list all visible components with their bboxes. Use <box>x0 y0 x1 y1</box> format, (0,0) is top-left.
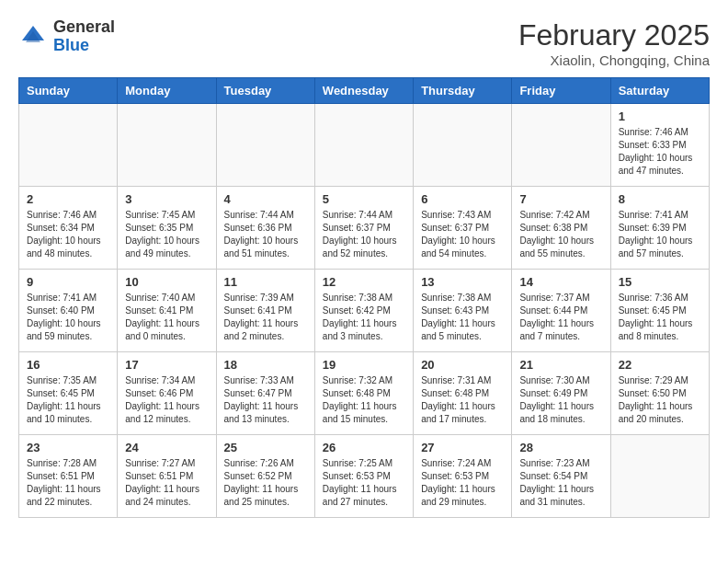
day-info: Sunrise: 7:44 AM Sunset: 6:37 PM Dayligh… <box>323 209 405 260</box>
title-block: February 2025 Xiaolin, Chongqing, China <box>518 18 710 68</box>
day-number: 2 <box>27 192 109 206</box>
logo-blue: Blue <box>53 36 89 54</box>
calendar-cell: 11Sunrise: 7:39 AM Sunset: 6:41 PM Dayli… <box>216 270 314 352</box>
calendar-cell: 18Sunrise: 7:33 AM Sunset: 6:47 PM Dayli… <box>216 352 314 435</box>
day-info: Sunrise: 7:32 AM Sunset: 6:48 PM Dayligh… <box>323 374 405 426</box>
day-info: Sunrise: 7:36 AM Sunset: 6:45 PM Dayligh… <box>619 292 701 343</box>
calendar-cell: 5Sunrise: 7:44 AM Sunset: 6:37 PM Daylig… <box>314 187 413 270</box>
day-number: 17 <box>125 358 208 372</box>
logo-text: General Blue <box>53 18 115 55</box>
day-number: 8 <box>619 192 701 206</box>
calendar-cell: 15Sunrise: 7:36 AM Sunset: 6:45 PM Dayli… <box>610 270 709 352</box>
day-info: Sunrise: 7:27 AM Sunset: 6:51 PM Dayligh… <box>125 457 208 509</box>
day-number: 20 <box>421 358 504 372</box>
day-number: 11 <box>224 275 307 289</box>
day-info: Sunrise: 7:34 AM Sunset: 6:46 PM Dayligh… <box>125 374 208 426</box>
day-number: 19 <box>323 358 405 372</box>
logo-icon <box>18 22 48 52</box>
calendar-cell: 8Sunrise: 7:41 AM Sunset: 6:39 PM Daylig… <box>610 187 709 270</box>
day-info: Sunrise: 7:31 AM Sunset: 6:48 PM Dayligh… <box>421 374 504 426</box>
calendar-cell: 2Sunrise: 7:46 AM Sunset: 6:34 PM Daylig… <box>19 187 118 270</box>
day-info: Sunrise: 7:39 AM Sunset: 6:41 PM Dayligh… <box>224 292 307 343</box>
calendar-cell: 16Sunrise: 7:35 AM Sunset: 6:45 PM Dayli… <box>19 352 118 435</box>
calendar-cell: 27Sunrise: 7:24 AM Sunset: 6:53 PM Dayli… <box>414 435 512 518</box>
day-number: 14 <box>519 275 602 289</box>
calendar-cell <box>414 104 512 187</box>
day-number: 12 <box>323 275 405 289</box>
day-info: Sunrise: 7:40 AM Sunset: 6:41 PM Dayligh… <box>125 292 208 343</box>
day-info: Sunrise: 7:41 AM Sunset: 6:39 PM Dayligh… <box>619 209 701 260</box>
month-title: February 2025 <box>518 18 710 52</box>
weekday-header-sunday: Sunday <box>19 78 118 104</box>
day-number: 21 <box>519 358 602 372</box>
calendar-cell: 10Sunrise: 7:40 AM Sunset: 6:41 PM Dayli… <box>118 270 216 352</box>
week-row-2: 2Sunrise: 7:46 AM Sunset: 6:34 PM Daylig… <box>19 187 710 270</box>
day-number: 13 <box>421 275 504 289</box>
day-info: Sunrise: 7:38 AM Sunset: 6:42 PM Dayligh… <box>323 292 405 343</box>
weekday-header-wednesday: Wednesday <box>314 78 413 104</box>
logo: General Blue <box>18 18 115 55</box>
calendar-cell: 28Sunrise: 7:23 AM Sunset: 6:54 PM Dayli… <box>512 435 610 518</box>
day-number: 7 <box>519 192 602 206</box>
day-info: Sunrise: 7:30 AM Sunset: 6:49 PM Dayligh… <box>519 374 602 426</box>
day-number: 5 <box>323 192 405 206</box>
day-number: 23 <box>27 441 109 454</box>
day-number: 27 <box>421 441 504 454</box>
day-number: 3 <box>125 192 208 206</box>
day-info: Sunrise: 7:29 AM Sunset: 6:50 PM Dayligh… <box>619 374 701 426</box>
calendar-cell: 13Sunrise: 7:38 AM Sunset: 6:43 PM Dayli… <box>414 270 512 352</box>
day-info: Sunrise: 7:44 AM Sunset: 6:36 PM Dayligh… <box>224 209 307 260</box>
calendar-cell <box>610 435 709 518</box>
week-row-5: 23Sunrise: 7:28 AM Sunset: 6:51 PM Dayli… <box>19 435 710 518</box>
location: Xiaolin, Chongqing, China <box>518 52 710 68</box>
calendar-cell: 22Sunrise: 7:29 AM Sunset: 6:50 PM Dayli… <box>610 352 709 435</box>
day-number: 9 <box>27 275 109 289</box>
day-info: Sunrise: 7:24 AM Sunset: 6:53 PM Dayligh… <box>421 457 504 509</box>
day-number: 25 <box>224 441 307 454</box>
day-info: Sunrise: 7:37 AM Sunset: 6:44 PM Dayligh… <box>519 292 602 343</box>
calendar-cell <box>118 104 216 187</box>
day-number: 22 <box>619 358 701 372</box>
calendar-table: SundayMondayTuesdayWednesdayThursdayFrid… <box>18 77 710 518</box>
day-info: Sunrise: 7:28 AM Sunset: 6:51 PM Dayligh… <box>27 457 109 509</box>
day-number: 16 <box>27 358 109 372</box>
day-number: 28 <box>519 441 602 454</box>
day-number: 26 <box>323 441 405 454</box>
day-info: Sunrise: 7:35 AM Sunset: 6:45 PM Dayligh… <box>27 374 109 426</box>
day-info: Sunrise: 7:41 AM Sunset: 6:40 PM Dayligh… <box>27 292 109 343</box>
day-info: Sunrise: 7:38 AM Sunset: 6:43 PM Dayligh… <box>421 292 504 343</box>
day-number: 10 <box>125 275 208 289</box>
calendar-cell: 25Sunrise: 7:26 AM Sunset: 6:52 PM Dayli… <box>216 435 314 518</box>
day-info: Sunrise: 7:42 AM Sunset: 6:38 PM Dayligh… <box>519 209 602 260</box>
weekday-header-tuesday: Tuesday <box>216 78 314 104</box>
calendar-cell: 6Sunrise: 7:43 AM Sunset: 6:37 PM Daylig… <box>414 187 512 270</box>
calendar-cell: 7Sunrise: 7:42 AM Sunset: 6:38 PM Daylig… <box>512 187 610 270</box>
calendar-cell: 3Sunrise: 7:45 AM Sunset: 6:35 PM Daylig… <box>118 187 216 270</box>
day-info: Sunrise: 7:43 AM Sunset: 6:37 PM Dayligh… <box>421 209 504 260</box>
weekday-header-friday: Friday <box>512 78 610 104</box>
calendar-cell: 1Sunrise: 7:46 AM Sunset: 6:33 PM Daylig… <box>610 104 709 187</box>
day-number: 24 <box>125 441 208 454</box>
day-info: Sunrise: 7:25 AM Sunset: 6:53 PM Dayligh… <box>323 457 405 509</box>
day-info: Sunrise: 7:45 AM Sunset: 6:35 PM Dayligh… <box>125 209 208 260</box>
day-info: Sunrise: 7:23 AM Sunset: 6:54 PM Dayligh… <box>519 457 602 509</box>
page-header: General Blue February 2025 Xiaolin, Chon… <box>18 18 710 68</box>
calendar-cell: 9Sunrise: 7:41 AM Sunset: 6:40 PM Daylig… <box>19 270 118 352</box>
calendar-cell: 17Sunrise: 7:34 AM Sunset: 6:46 PM Dayli… <box>118 352 216 435</box>
calendar-cell <box>512 104 610 187</box>
day-number: 18 <box>224 358 307 372</box>
weekday-header-thursday: Thursday <box>414 78 512 104</box>
day-info: Sunrise: 7:33 AM Sunset: 6:47 PM Dayligh… <box>224 374 307 426</box>
week-row-1: 1Sunrise: 7:46 AM Sunset: 6:33 PM Daylig… <box>19 104 710 187</box>
day-number: 15 <box>619 275 701 289</box>
calendar-cell: 12Sunrise: 7:38 AM Sunset: 6:42 PM Dayli… <box>314 270 413 352</box>
calendar-cell: 20Sunrise: 7:31 AM Sunset: 6:48 PM Dayli… <box>414 352 512 435</box>
calendar-cell <box>314 104 413 187</box>
day-number: 1 <box>619 109 701 123</box>
weekday-header-saturday: Saturday <box>610 78 709 104</box>
calendar-cell: 23Sunrise: 7:28 AM Sunset: 6:51 PM Dayli… <box>19 435 118 518</box>
calendar-cell <box>19 104 118 187</box>
calendar-cell: 24Sunrise: 7:27 AM Sunset: 6:51 PM Dayli… <box>118 435 216 518</box>
weekday-header-monday: Monday <box>118 78 216 104</box>
weekday-header-row: SundayMondayTuesdayWednesdayThursdayFrid… <box>19 78 710 104</box>
